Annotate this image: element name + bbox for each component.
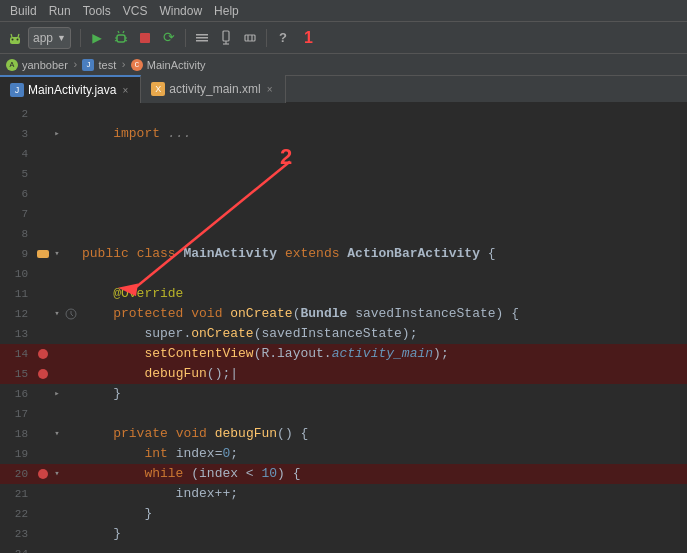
line-19-content[interactable]: int index=0; bbox=[78, 444, 687, 464]
java-icon-path: J bbox=[82, 59, 94, 71]
line-12-content[interactable]: protected void onCreate(Bundle savedInst… bbox=[78, 304, 687, 324]
line-num-15: 15 bbox=[0, 364, 36, 384]
svg-rect-14 bbox=[196, 37, 208, 39]
svg-rect-12 bbox=[140, 33, 150, 43]
line-num-24: 24 bbox=[0, 544, 36, 553]
code-line-19: 19 int index=0; bbox=[0, 444, 687, 464]
dbg-12 bbox=[64, 308, 78, 320]
code-line-15: 15 debugFun();| bbox=[0, 364, 687, 384]
line-num-21: 21 bbox=[0, 484, 36, 504]
code-line-18: 18 ▾ private void debugFun() { bbox=[0, 424, 687, 444]
line-num-20: 20 bbox=[0, 464, 36, 484]
menu-window[interactable]: Window bbox=[153, 4, 208, 18]
gradle-button[interactable] bbox=[191, 27, 213, 49]
tab-mainactivity-label: MainActivity.java bbox=[28, 83, 116, 97]
code-line-22: 22 } bbox=[0, 504, 687, 524]
sync-button[interactable]: ⟳ bbox=[158, 27, 180, 49]
breakpoint-dot-15[interactable] bbox=[38, 369, 48, 379]
android-icon-toolbar bbox=[4, 27, 26, 49]
stop-button[interactable] bbox=[134, 27, 156, 49]
path-sep-2: › bbox=[120, 59, 127, 71]
svg-rect-16 bbox=[223, 31, 229, 41]
tab-activity-main-close[interactable]: × bbox=[265, 83, 275, 96]
line-num-2: 2 bbox=[0, 104, 36, 124]
bp-9 bbox=[36, 247, 50, 261]
menu-tools[interactable]: Tools bbox=[77, 4, 117, 18]
line-num-14: 14 bbox=[0, 344, 36, 364]
android-icon-path: A bbox=[6, 59, 18, 71]
tab-activity-main-xml[interactable]: X activity_main.xml × bbox=[141, 75, 285, 103]
help-button[interactable]: ? bbox=[272, 27, 294, 49]
line-num-7: 7 bbox=[0, 204, 36, 224]
debug-button[interactable] bbox=[110, 27, 132, 49]
app-selector-label: app bbox=[33, 31, 53, 45]
code-line-23: 23 } bbox=[0, 524, 687, 544]
path-yanbober[interactable]: yanbober bbox=[22, 59, 68, 71]
bp-20 bbox=[36, 469, 50, 479]
run-button[interactable]: ▶ bbox=[86, 27, 108, 49]
path-test[interactable]: test bbox=[98, 59, 116, 71]
line-18-content[interactable]: private void debugFun() { bbox=[78, 424, 687, 444]
svg-rect-5 bbox=[117, 35, 125, 42]
line-num-5: 5 bbox=[0, 164, 36, 184]
tab-mainactivity-java[interactable]: J MainActivity.java × bbox=[0, 75, 141, 103]
app-selector[interactable]: app ▼ bbox=[28, 27, 71, 49]
svg-rect-13 bbox=[196, 34, 208, 36]
svg-point-1 bbox=[12, 38, 14, 40]
line-num-10: 10 bbox=[0, 264, 36, 284]
tabs-bar: J MainActivity.java × X activity_main.xm… bbox=[0, 76, 687, 104]
toolbar-sep-1 bbox=[80, 29, 81, 47]
menu-build[interactable]: Build bbox=[4, 4, 43, 18]
line-num-6: 6 bbox=[0, 184, 36, 204]
line-14-content[interactable]: setContentView(R.layout.activity_main); bbox=[78, 344, 687, 364]
code-lines: 2 3 ▸ import ... 4 5 bbox=[0, 104, 687, 553]
code-line-9: 9 ▾ public class MainActivity extends Ac… bbox=[0, 244, 687, 264]
path-sep-1: › bbox=[72, 59, 79, 71]
code-line-10: 10 bbox=[0, 264, 687, 284]
fold-16[interactable]: ▸ bbox=[50, 384, 64, 404]
line-21-content[interactable]: index++; bbox=[78, 484, 687, 504]
line-3-content[interactable]: import ... bbox=[78, 124, 687, 144]
path-bar: A yanbober › J test › C MainActivity bbox=[0, 54, 687, 76]
line-20-content[interactable]: while (index < 10) { bbox=[78, 464, 687, 484]
line-num-17: 17 bbox=[0, 404, 36, 424]
fold-3[interactable]: ▸ bbox=[50, 124, 64, 144]
toolbar-sep-2 bbox=[185, 29, 186, 47]
code-line-13: 13 super.onCreate(savedInstanceState); bbox=[0, 324, 687, 344]
code-line-14: 14 setContentView(R.layout.activity_main… bbox=[0, 344, 687, 364]
code-editor: 2 3 ▸ import ... 4 5 bbox=[0, 104, 687, 553]
line-num-19: 19 bbox=[0, 444, 36, 464]
tab-mainactivity-close[interactable]: × bbox=[120, 84, 130, 97]
line-22-content: } bbox=[78, 504, 687, 524]
line-num-12: 12 bbox=[0, 304, 36, 324]
svg-rect-19 bbox=[245, 35, 255, 41]
line-num-11: 11 bbox=[0, 284, 36, 304]
path-mainactivity[interactable]: MainActivity bbox=[147, 59, 206, 71]
menu-run[interactable]: Run bbox=[43, 4, 77, 18]
bp-14 bbox=[36, 349, 50, 359]
fold-12[interactable]: ▾ bbox=[50, 304, 64, 324]
line-15-content[interactable]: debugFun();| bbox=[78, 364, 687, 384]
app-selector-arrow: ▼ bbox=[57, 33, 66, 43]
line-num-22: 22 bbox=[0, 504, 36, 524]
code-line-11: 11 @Override bbox=[0, 284, 687, 304]
menu-vcs[interactable]: VCS bbox=[117, 4, 154, 18]
line-9-content[interactable]: public class MainActivity extends Action… bbox=[78, 244, 687, 264]
tab-java-icon: J bbox=[10, 83, 24, 97]
toolbar: app ▼ ▶ ⟳ ? 1 bbox=[0, 22, 687, 54]
breakpoint-dot-14[interactable] bbox=[38, 349, 48, 359]
breakpoint-dot-20[interactable] bbox=[38, 469, 48, 479]
avd-button[interactable] bbox=[215, 27, 237, 49]
fold-18[interactable]: ▾ bbox=[50, 424, 64, 444]
svg-rect-15 bbox=[196, 40, 208, 42]
code-line-3: 3 ▸ import ... bbox=[0, 124, 687, 144]
sdk-button[interactable] bbox=[239, 27, 261, 49]
line-23-content: } bbox=[78, 524, 687, 544]
line-16-content: } bbox=[78, 384, 687, 404]
menu-help[interactable]: Help bbox=[208, 4, 245, 18]
svg-point-2 bbox=[17, 38, 19, 40]
code-line-2: 2 bbox=[0, 104, 687, 124]
line-num-16: 16 bbox=[0, 384, 36, 404]
fold-9[interactable]: ▾ bbox=[50, 244, 64, 264]
fold-20[interactable]: ▾ bbox=[50, 464, 64, 484]
